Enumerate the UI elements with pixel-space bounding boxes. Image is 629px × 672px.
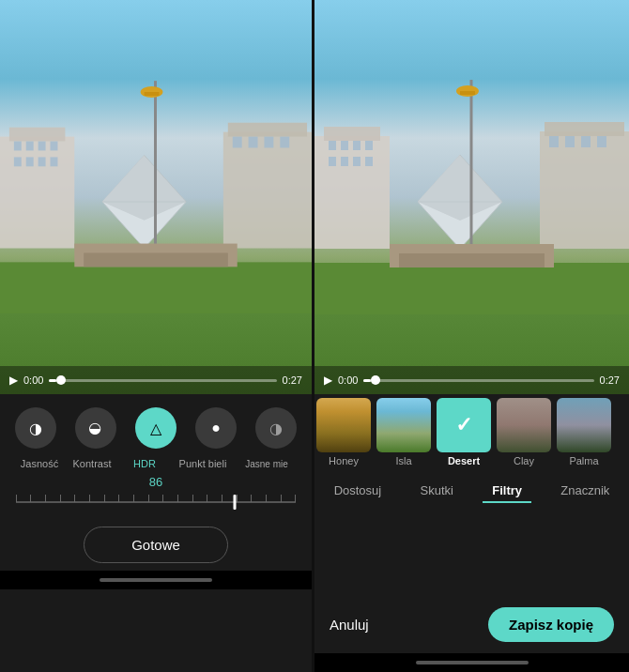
- hdr-slider[interactable]: [16, 493, 297, 512]
- left-panel: ▶ 0:00 0:27 ◑ ◑ △ ● ◑: [0, 0, 314, 672]
- svg-rect-49: [314, 263, 629, 314]
- svg-rect-18: [228, 123, 307, 137]
- highlights-button[interactable]: ◑: [255, 407, 297, 449]
- filter-desert-label: Desert: [448, 455, 480, 466]
- tab-dostosuj[interactable]: Dostosuj: [325, 480, 391, 503]
- right-play-button[interactable]: ▶: [324, 374, 332, 387]
- right-panel: ▶ 0:00 0:27 Honey Isla ✓: [314, 0, 629, 672]
- filter-palma-item[interactable]: Palma: [555, 398, 613, 466]
- right-progress-bar[interactable]: [363, 379, 593, 382]
- left-video-controls[interactable]: ▶ 0:00 0:27: [0, 366, 312, 394]
- svg-rect-35: [365, 157, 373, 166]
- right-home-indicator: [314, 653, 629, 672]
- left-play-button[interactable]: ▶: [9, 374, 18, 387]
- filter-thumbnail-row[interactable]: Honey Isla ✓ Desert Clay: [314, 394, 629, 470]
- right-photo-area: ▶ 0:00 0:27: [314, 0, 629, 394]
- filter-clay-thumbnail[interactable]: [497, 398, 551, 452]
- hdr-value-display: 86: [149, 475, 162, 489]
- left-time-total: 0:27: [283, 374, 302, 386]
- isla-thumb-photo: [376, 398, 431, 452]
- svg-rect-20: [249, 137, 258, 148]
- right-progress-fill: [363, 379, 370, 382]
- svg-rect-32: [329, 157, 336, 166]
- svg-rect-1: [9, 128, 65, 142]
- filter-desert-item[interactable]: ✓ Desert: [435, 398, 493, 466]
- svg-rect-9: [51, 157, 58, 166]
- left-progress-fill: [49, 379, 55, 382]
- white-point-button[interactable]: ●: [195, 407, 237, 449]
- hdr-button[interactable]: △: [135, 407, 176, 449]
- left-edit-controls: ◑ ◑ △ ● ◑ Jasność Kontrast HDR Punkt bie…: [0, 394, 312, 672]
- tab-znacznik[interactable]: Znacznik: [551, 480, 619, 503]
- svg-rect-27: [324, 127, 380, 141]
- filter-icon-row: ◑ ◑ △ ● ◑: [15, 407, 297, 449]
- svg-rect-23: [0, 262, 312, 313]
- svg-rect-43: [540, 131, 629, 249]
- svg-rect-19: [233, 137, 242, 148]
- svg-rect-17: [223, 132, 312, 249]
- done-button[interactable]: Gotowe: [84, 527, 228, 563]
- svg-rect-31: [365, 141, 373, 150]
- right-scene-svg: [314, 79, 629, 315]
- svg-rect-28: [329, 141, 336, 150]
- left-photo-area: ▶ 0:00 0:27: [0, 0, 312, 394]
- svg-rect-8: [38, 157, 46, 166]
- svg-rect-29: [341, 141, 348, 150]
- filter-honey-label: Honey: [329, 455, 359, 466]
- filter-isla-thumbnail[interactable]: [376, 398, 431, 452]
- svg-rect-33: [341, 157, 348, 166]
- cancel-button[interactable]: Anuluj: [330, 617, 369, 633]
- clay-thumb-photo: [497, 398, 551, 452]
- right-time-current: 0:00: [338, 374, 358, 386]
- svg-rect-16: [145, 92, 160, 96]
- filter-honey-item[interactable]: Honey: [314, 398, 373, 466]
- left-progress-bar[interactable]: [49, 379, 276, 382]
- right-photo: [314, 0, 629, 394]
- filter-clay-item[interactable]: Clay: [495, 398, 553, 466]
- svg-rect-30: [353, 141, 361, 150]
- tab-skutki[interactable]: Skutki: [411, 480, 463, 503]
- svg-rect-5: [51, 142, 58, 151]
- svg-rect-46: [565, 136, 575, 147]
- left-home-bar: [100, 578, 212, 582]
- filter-palma-thumbnail[interactable]: [557, 398, 611, 452]
- svg-rect-0: [0, 137, 74, 249]
- right-time-total: 0:27: [600, 374, 620, 386]
- filter-clay-label: Clay: [514, 455, 534, 466]
- honey-thumb-photo: [316, 398, 371, 452]
- svg-rect-34: [353, 157, 361, 166]
- svg-rect-22: [280, 137, 289, 148]
- left-scene-svg: [0, 79, 312, 315]
- svg-rect-21: [264, 137, 273, 148]
- right-progress-thumb[interactable]: [371, 375, 380, 385]
- left-time-current: 0:00: [23, 374, 43, 386]
- svg-rect-26: [314, 136, 390, 249]
- svg-rect-48: [597, 136, 606, 147]
- svg-rect-44: [545, 122, 624, 136]
- svg-rect-3: [26, 142, 34, 151]
- contrast-label: Kontrast: [71, 458, 113, 469]
- right-video-controls[interactable]: ▶ 0:00 0:27: [314, 366, 629, 394]
- contrast-button[interactable]: ◑: [75, 407, 116, 449]
- filter-honey-thumbnail[interactable]: [316, 398, 371, 452]
- left-progress-thumb[interactable]: [56, 375, 66, 385]
- tab-filtry[interactable]: Filtry: [483, 480, 531, 503]
- brightness-button[interactable]: ◑: [15, 407, 56, 449]
- svg-rect-6: [14, 157, 22, 166]
- slider-ticks: [16, 498, 297, 506]
- svg-rect-2: [14, 142, 22, 151]
- slider-thumb[interactable]: [233, 495, 236, 510]
- svg-rect-42: [460, 91, 475, 95]
- right-home-bar: [416, 661, 529, 664]
- white-point-label: Punkt bieli: [176, 458, 229, 469]
- action-row: Anuluj Zapisz kopię: [314, 596, 629, 653]
- highlights-label: Jasne mie: [240, 459, 293, 469]
- hdr-label: HDR: [124, 458, 165, 469]
- right-content-spacer: [314, 509, 629, 596]
- svg-rect-51: [399, 253, 545, 267]
- filter-desert-thumbnail[interactable]: ✓: [437, 398, 491, 452]
- filter-isla-item[interactable]: Isla: [375, 398, 433, 466]
- filter-isla-label: Isla: [395, 455, 411, 466]
- edit-tabs: Dostosuj Skutki Filtry Znacznik: [314, 470, 629, 509]
- save-copy-button[interactable]: Zapisz kopię: [488, 607, 614, 642]
